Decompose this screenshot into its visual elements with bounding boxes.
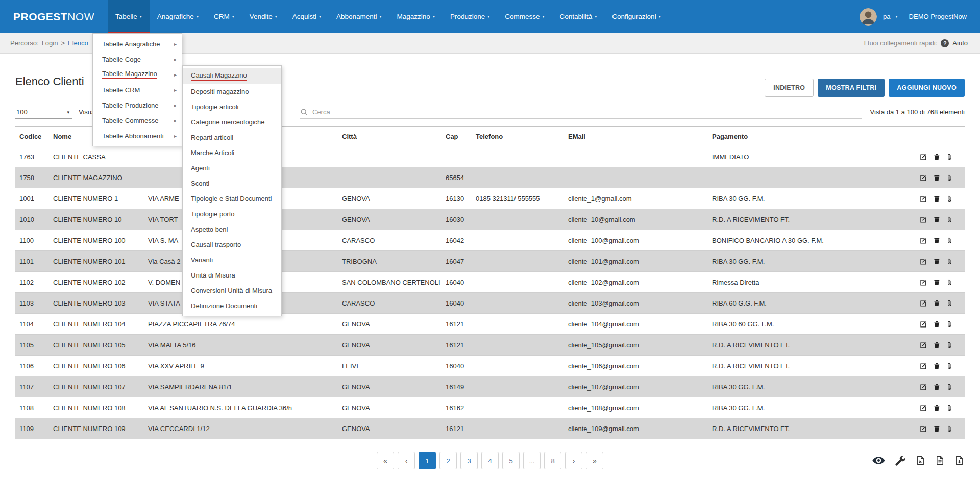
delete-icon[interactable] [933,320,941,329]
column-header-codice[interactable]: Codice [15,133,49,140]
menu-item[interactable]: Tabelle Abbonamenti ▸ [93,128,182,143]
search-input[interactable] [312,108,862,116]
submenu-item[interactable]: Varianti [183,252,281,267]
page-button[interactable]: 8 [544,452,561,469]
edit-icon[interactable] [920,153,927,161]
page-size-select[interactable]: 100 ▾ [15,106,72,119]
menu-item[interactable]: Tabelle Anagrafiche ▸ [93,36,182,52]
column-header-citta[interactable]: Città [338,133,442,140]
delete-icon[interactable] [933,173,941,182]
attachment-icon[interactable] [946,424,953,433]
submenu-item[interactable]: Tipologie porto [183,206,281,221]
delete-icon[interactable] [933,278,941,287]
attachment-icon[interactable] [946,194,953,203]
submenu-item[interactable]: Causali Magazzino [183,68,281,84]
delete-icon[interactable] [933,299,941,308]
submenu-item[interactable]: Marche Articoli [183,145,281,160]
delete-icon[interactable] [933,404,941,412]
attachment-icon[interactable] [946,173,953,182]
delete-icon[interactable] [933,194,941,203]
attachment-icon[interactable] [946,362,953,370]
page-button[interactable]: 2 [439,452,457,469]
edit-icon[interactable] [920,341,927,349]
edit-icon[interactable] [920,320,927,329]
submenu-item[interactable]: Aspetto beni [183,221,281,237]
submenu-item[interactable]: Definizione Documenti [183,298,281,313]
page-button[interactable]: « [377,452,394,469]
submenu-item[interactable]: Depositi magazzino [183,84,281,99]
submenu-item[interactable]: Tipologie e Stati Documenti [183,191,281,206]
app-logo[interactable]: PROGESTNOW [13,0,94,33]
delete-icon[interactable] [933,236,941,245]
export-excel-icon[interactable] [915,455,926,466]
nav-item[interactable]: Abbonamenti ▾ [329,0,389,33]
edit-icon[interactable] [920,236,927,245]
column-header-email[interactable]: EMail [564,133,708,140]
attachment-icon[interactable] [946,404,953,412]
page-button[interactable]: 4 [481,452,499,469]
user-menu[interactable]: pa ▾ [883,13,897,20]
user-avatar[interactable] [860,8,877,26]
edit-icon[interactable] [920,194,927,203]
edit-icon[interactable] [920,299,927,308]
menu-item[interactable]: Tabelle CRM ▸ [93,82,182,97]
add-new-button[interactable]: AGGIUNGI NUOVO [889,79,965,97]
delete-icon[interactable] [933,153,941,161]
delete-icon[interactable] [933,257,941,266]
edit-icon[interactable] [920,424,927,433]
edit-icon[interactable] [920,362,927,370]
nav-item[interactable]: Produzione ▾ [443,0,497,33]
attachment-icon[interactable] [946,236,953,245]
edit-icon[interactable] [920,278,927,287]
nav-item[interactable]: CRM ▾ [206,0,242,33]
menu-item[interactable]: Tabelle Commesse ▸ [93,113,182,128]
nav-item[interactable]: Configurazioni ▾ [604,0,668,33]
show-filters-button[interactable]: MOSTRA FILTRI [818,79,885,97]
menu-item[interactable]: Tabelle Produzione ▸ [93,97,182,113]
delete-icon[interactable] [933,341,941,349]
export-csv-icon[interactable] [935,455,945,466]
nav-item[interactable]: Commesse ▾ [497,0,552,33]
page-button[interactable]: ‹ [398,452,415,469]
delete-icon[interactable] [933,424,941,433]
attachment-icon[interactable] [946,215,953,224]
nav-item[interactable]: Acquisti ▾ [285,0,329,33]
attachment-icon[interactable] [946,341,953,349]
submenu-item[interactable]: Reparti articoli [183,130,281,145]
nav-item[interactable]: Tabelle ▾ [108,0,150,33]
export-pdf-icon[interactable] [954,455,965,466]
submenu-item[interactable]: Agenti [183,160,281,175]
attachment-icon[interactable] [946,153,953,161]
submenu-item[interactable]: Tipologie articoli [183,99,281,114]
menu-item[interactable]: Tabelle Coge ▸ [93,52,182,67]
submenu-item[interactable]: Causali trasporto [183,237,281,252]
attachment-icon[interactable] [946,320,953,329]
page-button[interactable]: 1 [419,452,436,469]
edit-icon[interactable] [920,173,927,182]
tools-wrench-icon[interactable] [894,455,906,467]
help-icon[interactable]: ? [941,39,949,47]
attachment-icon[interactable] [946,299,953,308]
breadcrumb-link-elenco[interactable]: Elenco [68,39,88,47]
breadcrumb-link-login[interactable]: Login [42,39,58,47]
submenu-item[interactable]: Unità di Misura [183,267,281,283]
edit-icon[interactable] [920,404,927,412]
attachment-icon[interactable] [946,278,953,287]
preview-eye-icon[interactable] [872,454,886,467]
submenu-item[interactable]: Conversioni Unità di Misura [183,283,281,298]
page-button[interactable]: 5 [502,452,520,469]
menu-item[interactable]: Tabelle Magazzino ▸ [93,67,182,82]
edit-icon[interactable] [920,215,927,224]
column-header-telefono[interactable]: Telefono [472,133,564,140]
page-button[interactable]: » [586,452,603,469]
nav-item[interactable]: Anagrafiche ▾ [150,0,206,33]
column-header-cap[interactable]: Cap [442,133,472,140]
attachment-icon[interactable] [946,383,953,391]
nav-item[interactable]: Vendite ▾ [242,0,285,33]
submenu-item[interactable]: Sconti [183,175,281,191]
nav-item[interactable]: Magazzino ▾ [389,0,443,33]
attachment-icon[interactable] [946,257,953,266]
delete-icon[interactable] [933,383,941,391]
back-button[interactable]: INDIETRO [765,79,814,97]
page-button[interactable]: 3 [460,452,478,469]
